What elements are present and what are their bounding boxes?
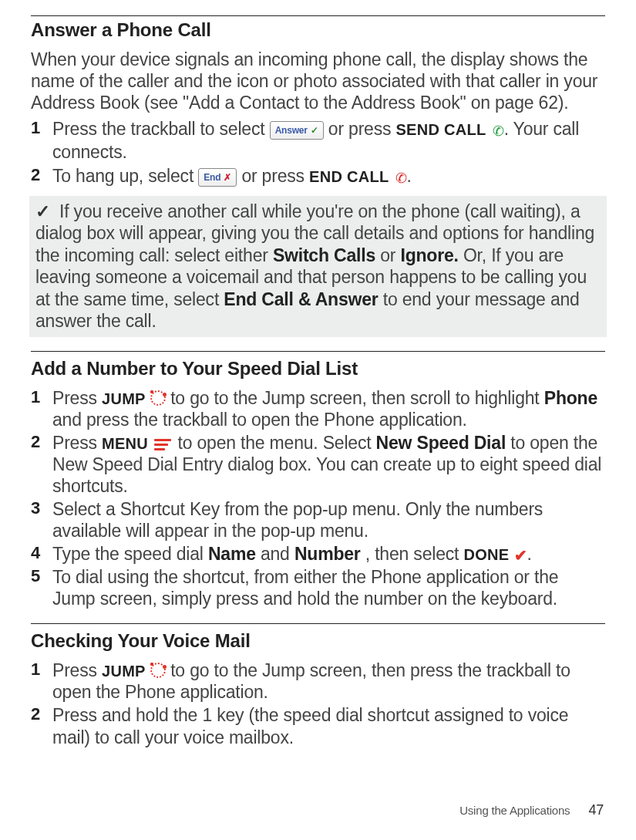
- text: or press: [328, 119, 396, 139]
- step-body: To hang up, select End or press END CALL…: [52, 165, 605, 188]
- step-1: 1 Press the trackball to select Answer o…: [31, 118, 605, 163]
- step-number: 4: [31, 543, 52, 564]
- number-label: Number: [294, 544, 361, 564]
- step-body: To dial using the shortcut, from either …: [52, 566, 605, 609]
- page-number: 47: [588, 802, 604, 818]
- intro-text: When your device signals an incoming pho…: [31, 49, 605, 113]
- heading-voice-mail: Checking Your Voice Mail: [31, 630, 605, 652]
- step-number: 2: [31, 704, 52, 725]
- step-body: Press JUMP to go to the Jump screen, the…: [52, 660, 605, 703]
- text: To hang up, select: [52, 166, 198, 186]
- heading-speed-dial: Add a Number to Your Speed Dial List: [31, 358, 605, 380]
- step-body: Select a Shortcut Key from the pop-up me…: [52, 498, 605, 541]
- check-icon: ✓: [35, 201, 50, 221]
- text: .: [407, 166, 412, 186]
- done-label: DONE: [463, 546, 509, 563]
- step-number: 2: [31, 432, 52, 453]
- menu-label: MENU: [102, 435, 148, 452]
- text: to go to the Jump screen, then scroll to…: [170, 388, 544, 408]
- switch-calls-label: Switch Calls: [273, 245, 375, 265]
- text: and: [261, 544, 294, 564]
- text: to open the menu. Select: [177, 433, 375, 453]
- text: Press: [52, 433, 102, 453]
- step-body: Press and hold the 1 key (the speed dial…: [52, 704, 605, 747]
- jump-icon: [150, 390, 166, 406]
- step-1: 1 Press JUMP to go to the Jump screen, t…: [31, 660, 605, 703]
- step-5: 5 To dial using the shortcut, from eithe…: [31, 566, 605, 609]
- menu-icon: [154, 439, 171, 450]
- ignore-label: Ignore.: [400, 245, 458, 265]
- text: Press: [52, 660, 102, 680]
- step-number: 3: [31, 498, 52, 519]
- step-2: 2 Press MENU to open the menu. Select Ne…: [31, 432, 605, 497]
- divider: [31, 351, 605, 352]
- text: .: [527, 544, 531, 564]
- end-button-icon: End: [198, 168, 237, 187]
- step-body: Press MENU to open the menu. Select New …: [52, 432, 605, 497]
- step-1: 1 Press JUMP to go to the Jump screen, t…: [31, 387, 605, 430]
- jump-icon: [150, 663, 166, 678]
- step-2: 2 Press and hold the 1 key (the speed di…: [31, 704, 605, 747]
- end-call-icon: ✆: [395, 170, 407, 187]
- text: , then select: [365, 544, 464, 564]
- text: Type the speed dial: [52, 544, 208, 564]
- divider: [31, 623, 605, 624]
- step-number: 1: [31, 118, 52, 139]
- phone-label: Phone: [544, 388, 597, 408]
- page-footer: Using the Applications 47: [459, 802, 604, 818]
- jump-label: JUMP: [102, 663, 146, 680]
- jump-label: JUMP: [102, 390, 146, 407]
- voice-mail-steps: 1 Press JUMP to go to the Jump screen, t…: [31, 660, 605, 747]
- text: or press: [241, 166, 309, 186]
- step-number: 2: [31, 165, 52, 186]
- speed-dial-steps: 1 Press JUMP to go to the Jump screen, t…: [31, 387, 605, 609]
- text: Press: [52, 388, 102, 408]
- tip-text: or: [380, 245, 400, 265]
- text: and press the trackball to open the Phon…: [52, 410, 467, 430]
- end-call-label: END CALL: [309, 168, 389, 185]
- step-body: Press the trackball to select Answer or …: [52, 118, 605, 163]
- text: Press the trackball to select: [52, 119, 270, 139]
- step-body: Press JUMP to go to the Jump screen, the…: [52, 387, 605, 430]
- name-label: Name: [208, 544, 256, 564]
- heading-answer-call: Answer a Phone Call: [31, 19, 605, 41]
- new-speed-dial-label: New Speed Dial: [376, 433, 506, 453]
- step-number: 1: [31, 387, 52, 408]
- answer-button-icon: Answer: [270, 121, 324, 140]
- step-2: 2 To hang up, select End or press END CA…: [31, 165, 605, 188]
- tip-box: ✓ If you receive another call while you'…: [29, 196, 607, 337]
- answer-call-steps: 1 Press the trackball to select Answer o…: [31, 118, 605, 188]
- end-call-answer-label: End Call & Answer: [224, 289, 378, 309]
- send-call-icon: ✆: [493, 123, 504, 140]
- step-3: 3 Select a Shortcut Key from the pop-up …: [31, 498, 605, 541]
- divider: [31, 15, 605, 16]
- done-icon: ✔: [514, 546, 527, 565]
- step-4: 4 Type the speed dial Name and Number , …: [31, 543, 605, 565]
- footer-section: Using the Applications: [459, 804, 570, 817]
- step-number: 5: [31, 566, 52, 587]
- send-call-label: SEND CALL: [395, 121, 486, 138]
- step-body: Type the speed dial Name and Number , th…: [52, 543, 605, 565]
- step-number: 1: [31, 660, 52, 680]
- page: Answer a Phone Call When your device sig…: [0, 0, 636, 840]
